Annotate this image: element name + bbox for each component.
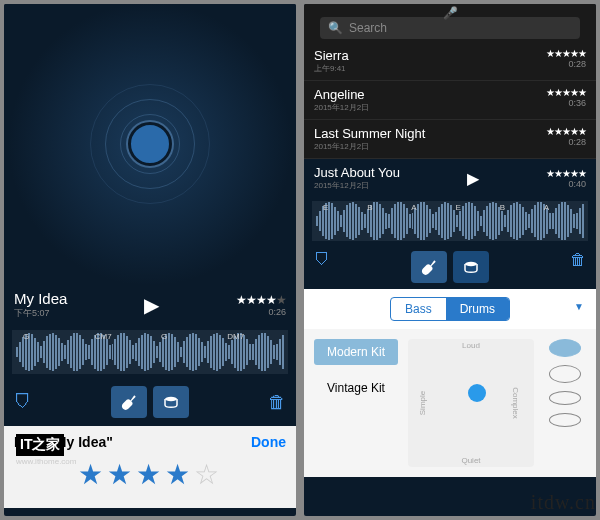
selected-song-row[interactable]: Just About You 2015年12月2日 ▶ ★★★★★ 0:40 xyxy=(304,159,596,197)
svg-point-1 xyxy=(465,262,477,267)
search-icon: 🔍 xyxy=(328,21,343,35)
chord-label: CM7 xyxy=(95,332,112,341)
song-row[interactable]: Angeline2015年12月2日★★★★★0:36 xyxy=(304,81,596,120)
selected-duration: 0:40 xyxy=(546,179,586,189)
song-title: My Idea xyxy=(14,290,67,307)
done-button[interactable]: Done xyxy=(251,434,286,450)
kit-modern[interactable]: Modern Kit xyxy=(314,339,398,365)
song-row[interactable]: Last Summer Night2015年12月2日★★★★★0:28 xyxy=(304,120,596,159)
song-name: Last Summer Night xyxy=(314,126,425,141)
drum-kick-icon[interactable] xyxy=(549,413,581,427)
song-duration: 0:28 xyxy=(546,137,586,147)
pad-thumb[interactable] xyxy=(468,384,486,402)
chord-label: G xyxy=(23,332,29,341)
drum-hihat-icon[interactable] xyxy=(549,365,581,383)
selected-song-name: Just About You xyxy=(314,165,400,180)
tag-icon[interactable]: ⛉ xyxy=(14,392,32,413)
song-date: 2015年12月2日 xyxy=(314,102,369,113)
guitar-button[interactable] xyxy=(411,251,447,283)
song-name: Sierra xyxy=(314,48,349,63)
song-duration: 0:26 xyxy=(236,307,286,317)
it-badge: IT之家 xyxy=(16,434,64,456)
svg-point-0 xyxy=(165,397,177,402)
song-stars: ★★★★★ xyxy=(546,126,586,137)
song-date: 2015年12月2日 xyxy=(314,141,425,152)
tag-icon[interactable]: ⛉ xyxy=(314,251,330,283)
screen-library: 🎤 🔍 Search Sierra上午9:41★★★★★0:28Angeline… xyxy=(304,4,596,516)
chord-label: DM7 xyxy=(227,332,244,341)
drum-cymbal-icon[interactable] xyxy=(549,339,581,357)
record-button[interactable] xyxy=(128,122,172,166)
selected-song-date: 2015年12月2日 xyxy=(314,180,400,191)
xy-pad[interactable]: Loud Quiet Simple Complex xyxy=(408,339,534,467)
song-stars: ★★★★★ xyxy=(546,48,586,59)
song-time: 下午5:07 xyxy=(14,307,67,320)
play-button[interactable]: ▶ xyxy=(144,293,159,317)
record-area xyxy=(4,4,296,284)
song-name: Angeline xyxy=(314,87,369,102)
waveform[interactable]: G CM7 G DM7 xyxy=(12,330,288,374)
screen-recorder: My Idea 下午5:07 ▶ ★★★★★ 0:26 G CM7 G DM7 … xyxy=(4,4,296,516)
mic-icon[interactable]: 🎤 xyxy=(443,6,458,20)
song-stars: ★★★★★ xyxy=(546,87,586,98)
trash-icon[interactable]: 🗑 xyxy=(268,392,286,413)
segment-drums[interactable]: Drums xyxy=(446,298,509,320)
segment-bass[interactable]: Bass xyxy=(391,298,446,320)
drum-snare-icon[interactable] xyxy=(549,391,581,405)
kit-vintage[interactable]: Vintage Kit xyxy=(314,375,398,401)
play-button[interactable]: ▶ xyxy=(467,169,479,188)
waveform[interactable]: E B A E B A xyxy=(312,201,588,241)
drums-button[interactable] xyxy=(453,251,489,283)
trash-icon[interactable]: 🗑 xyxy=(570,251,586,283)
segment-control: Bass Drums ▼ xyxy=(304,289,596,329)
search-input[interactable]: 🔍 Search xyxy=(320,17,580,39)
song-row[interactable]: Sierra上午9:41★★★★★0:28 xyxy=(304,42,596,81)
drum-panel: Modern Kit Vintage Kit Loud Quiet Simple… xyxy=(304,329,596,477)
drums-button[interactable] xyxy=(153,386,189,418)
song-date: 上午9:41 xyxy=(314,63,349,74)
it-url: www.ithome.com xyxy=(16,457,76,466)
song-duration: 0:28 xyxy=(546,59,586,69)
chord-label: G xyxy=(161,332,167,341)
guitar-button[interactable] xyxy=(111,386,147,418)
song-duration: 0:36 xyxy=(546,98,586,108)
search-placeholder: Search xyxy=(349,21,387,35)
watermark: itdw.cn xyxy=(531,491,596,514)
selected-stars: ★★★★★ xyxy=(546,168,586,179)
chevron-down-icon[interactable]: ▼ xyxy=(574,301,584,312)
rating-stars: ★★★★★ xyxy=(236,293,286,307)
